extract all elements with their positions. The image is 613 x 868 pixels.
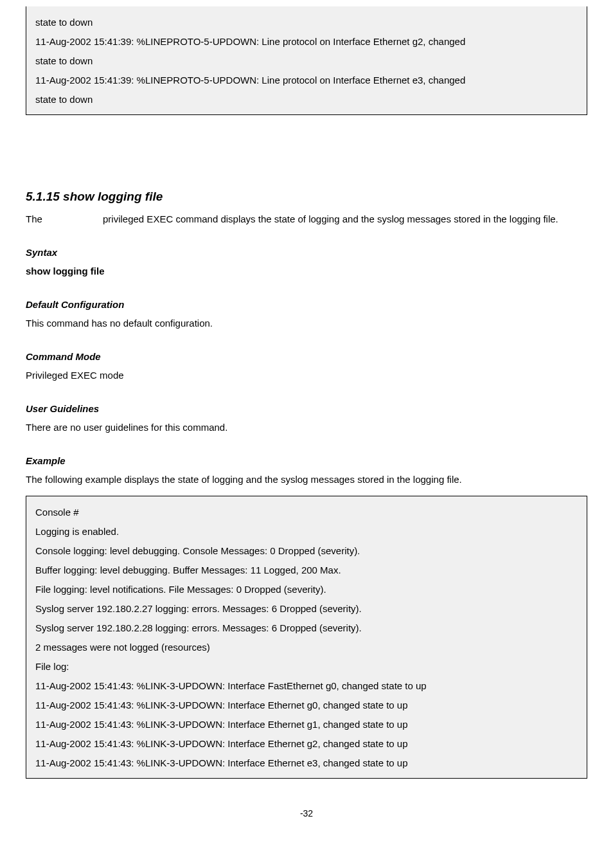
- log-output-box-top: state to down 11-Aug-2002 15:41:39: %LIN…: [26, 6, 587, 115]
- log-line: 11-Aug-2002 15:41:43: %LINK-3-UPDOWN: In…: [35, 696, 578, 715]
- syntax-command: show logging file: [26, 266, 105, 276]
- command-mode-heading: Command Mode: [26, 350, 587, 363]
- command-description: The privileged EXEC command displays the…: [26, 210, 587, 229]
- log-line: 11-Aug-2002 15:41:43: %LINK-3-UPDOWN: In…: [35, 715, 578, 734]
- console-prompt: Console #: [35, 507, 79, 518]
- default-config-text: This command has no default configuratio…: [26, 314, 587, 333]
- log-line: Console logging: level debugging. Consol…: [35, 541, 578, 561]
- example-intro: The following example displays the state…: [26, 470, 587, 489]
- log-line: File log:: [35, 657, 578, 676]
- log-line: Syslog server 192.180.2.28 logging: erro…: [35, 619, 578, 638]
- log-line: 11-Aug-2002 15:41:43: %LINK-3-UPDOWN: In…: [35, 734, 578, 754]
- log-line: state to down: [35, 51, 578, 71]
- log-line: Syslog server 192.180.2.27 logging: erro…: [35, 599, 578, 619]
- example-output-box: Console # Logging is enabled. Console lo…: [26, 496, 587, 779]
- log-line: 11-Aug-2002 15:41:43: %LINK-3-UPDOWN: In…: [35, 676, 578, 696]
- section-heading: 5.1.15 show logging file: [26, 188, 587, 206]
- desc-suffix: privileged EXEC command displays the sta…: [103, 213, 558, 224]
- syntax-heading: Syntax: [26, 246, 587, 259]
- log-line: state to down: [35, 90, 578, 109]
- page-number: -32: [26, 804, 587, 822]
- log-line: 11-Aug-2002 15:41:39: %LINEPROTO-5-UPDOW…: [35, 71, 578, 90]
- desc-prefix: The: [26, 210, 103, 229]
- log-line: Buffer logging: level debugging. Buffer …: [35, 561, 578, 580]
- command-mode-text: Privileged EXEC mode: [26, 366, 587, 385]
- syntax-body: show logging file: [26, 262, 587, 281]
- example-heading: Example: [26, 454, 587, 467]
- default-config-heading: Default Configuration: [26, 298, 587, 311]
- log-line: File logging: level notifications. File …: [35, 580, 578, 599]
- guidelines-text: There are no user guidelines for this co…: [26, 418, 587, 437]
- log-line: state to down: [35, 13, 578, 32]
- log-line: 11-Aug-2002 15:41:39: %LINEPROTO-5-UPDOW…: [35, 32, 578, 51]
- console-prompt-line: Console #: [35, 503, 578, 522]
- log-line: 11-Aug-2002 15:41:43: %LINK-3-UPDOWN: In…: [35, 754, 578, 773]
- guidelines-heading: User Guidelines: [26, 402, 587, 415]
- log-line: 2 messages were not logged (resources): [35, 638, 578, 657]
- log-line: Logging is enabled.: [35, 522, 578, 541]
